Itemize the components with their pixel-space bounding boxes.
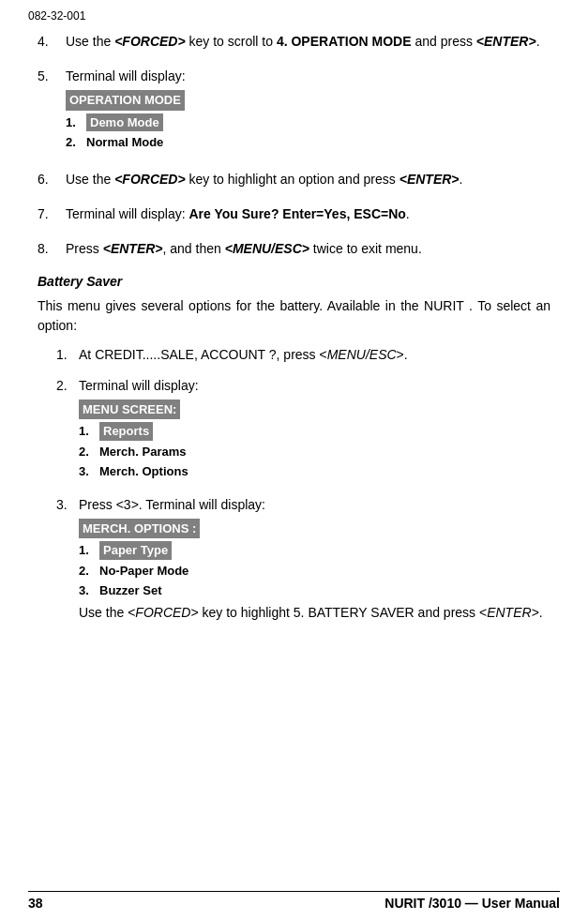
terminal-list-item: 3. Merch. Options [79,461,550,482]
sub-content: Press <3>. Terminal will display: MERCH.… [79,495,550,623]
item-content: Use the <FORCED> key to highlight an opt… [66,170,550,189]
terminal-header: OPERATION MODE [66,90,185,111]
footer-page-number: 38 [28,896,43,911]
sub-content: Terminal will display: MENU SCREEN: 1. R… [79,376,550,484]
terminal-list-item: 1. Reports [79,421,550,442]
enter-key: <ENTER> [400,172,460,187]
terminal-header: MENU SCREEN: [79,400,180,420]
item-number: 8. [38,239,66,259]
terminal-display: OPERATION MODE 1. Demo Mode 2. Normal Mo… [66,90,550,153]
terminal-list-item: 3. Buzzer Set [79,581,550,601]
item-number: 5. [38,67,66,155]
list-num: 3. [79,462,99,481]
list-num: 2. [79,443,99,461]
sub-list-item: 1. At CREDIT.....SALE, ACCOUNT ?, press … [56,345,550,365]
sub-num: 2. [56,376,79,484]
sub-list-item: 3. Press <3>. Terminal will display: MER… [56,495,550,623]
item-content: Terminal will display: OPERATION MODE 1.… [66,67,550,155]
terminal-display: MERCH. OPTIONS : 1. Paper Type 2. No-Pap… [79,519,550,601]
are-you-sure-text: Are You Sure? Enter=Yes, ESC=No [188,206,405,221]
terminal-list: 1. Demo Mode 2. Normal Mode [66,113,550,153]
sub-numbered-list: 1. At CREDIT.....SALE, ACCOUNT ?, press … [38,345,550,623]
enter-key: <ENTER> [103,241,163,256]
forced-key: <FORCED> [114,34,186,49]
list-item: 5. Terminal will display: OPERATION MODE… [38,67,550,155]
operation-mode-label: 4. OPERATION MODE [277,34,412,49]
terminal-list-item: 2. Normal Mode [66,132,550,153]
terminal-list-item: 1. Demo Mode [66,113,550,133]
list-num: 1. [66,113,86,132]
list-text: No-Paper Mode [99,562,188,581]
menu-esc-key: <MENU/ESC> [225,241,309,256]
list-num: 2. [79,562,99,581]
footer-title: NURIT /3010 — User Manual [384,896,560,911]
list-num: 3. [79,581,99,600]
list-text: Buzzer Set [99,581,161,600]
item-content: Press <ENTER>, and then <MENU/ESC> twice… [66,239,550,259]
enter-key: <ENTER> [479,605,539,620]
list-text-highlighted: Paper Type [99,541,172,560]
terminal-intro-text: Terminal will display: [66,68,186,83]
forced-key: <FORCED> [114,172,186,187]
forced-key: <FORCED> [128,605,199,620]
terminal-display: MENU SCREEN: 1. Reports 2. Merch. Params [79,400,550,482]
menu-esc-key: <MENU/ESC> [320,347,404,362]
list-text: Merch. Options [99,462,188,481]
terminal-intro-text: Terminal will display: [79,378,199,393]
terminal-list-item: 2. Merch. Params [79,442,550,462]
list-text: Normal Mode [86,133,163,152]
item-content: Use the <FORCED> key to scroll to 4. OPE… [66,32,550,52]
credit-sale-text: CREDIT.....SALE, ACCOUNT ?, [95,347,279,362]
terminal-list-item: 2. No-Paper Mode [79,561,550,581]
doc-number: 082-32-001 [28,9,560,23]
sub-content: At CREDIT.....SALE, ACCOUNT ?, press <ME… [79,345,550,365]
item-content: Terminal will display: Are You Sure? Ent… [66,204,550,224]
list-text: Merch. Params [99,443,187,461]
list-num: 1. [79,422,99,441]
section-title: Battery Saver [38,274,550,289]
list-num: 2. [66,133,86,152]
item-number: 6. [38,170,66,189]
enter-key: <ENTER> [476,34,536,49]
terminal-list: 1. Reports 2. Merch. Params 3. Merch. Op… [79,421,550,482]
battery-saver-label: 5. BATTERY SAVER [294,605,415,620]
list-text-highlighted: Demo Mode [86,113,163,132]
item-number: 7. [38,204,66,224]
list-item: 6. Use the <FORCED> key to highlight an … [38,170,550,189]
sub-list-item: 2. Terminal will display: MENU SCREEN: 1… [56,376,550,484]
list-num: 1. [79,541,99,560]
list-text-highlighted: Reports [99,422,153,441]
terminal-header: MERCH. OPTIONS : [79,519,200,539]
sub-num: 1. [56,345,79,365]
section-intro: This menu gives several options for the … [38,296,550,336]
three-key: <3> [116,497,139,512]
terminal-list-item: 1. Paper Type [79,540,550,561]
list-item: 4. Use the <FORCED> key to scroll to 4. … [38,32,550,52]
item-number: 4. [38,32,66,52]
list-item: 7. Terminal will display: Are You Sure? … [38,204,550,224]
list-item: 8. Press <ENTER>, and then <MENU/ESC> tw… [38,239,550,259]
sub-num: 3. [56,495,79,623]
footer: 38 NURIT /3010 — User Manual [28,891,560,911]
terminal-list: 1. Paper Type 2. No-Paper Mode 3. Buzzer… [79,540,550,601]
